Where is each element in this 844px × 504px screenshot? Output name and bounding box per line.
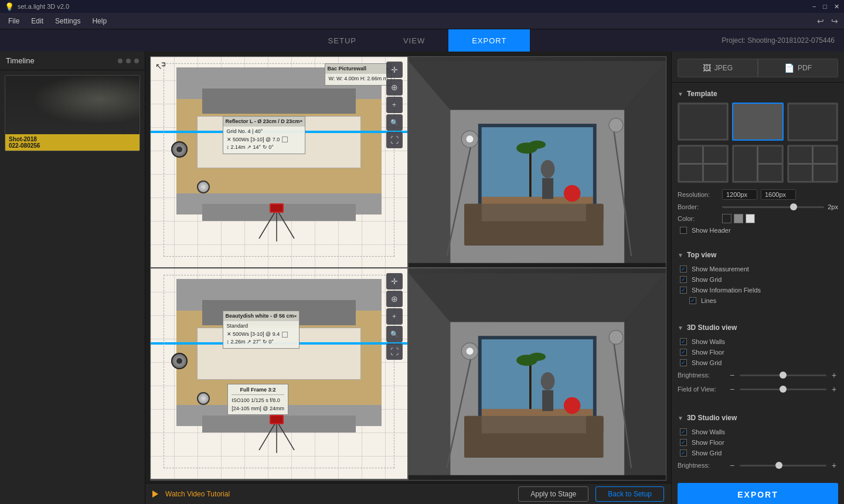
show-floor-1-checkbox[interactable] [680, 349, 687, 356]
svg-rect-31 [464, 204, 604, 222]
camera-tripod [253, 197, 300, 246]
brightness-2-slider[interactable] [740, 465, 826, 466]
bottomview-move-button[interactable] [386, 291, 403, 307]
format-pdf-button[interactable]: 📄 PDF [758, 59, 838, 77]
show-grid-3d2-checkbox[interactable] [680, 449, 687, 457]
template-single-right[interactable] [787, 103, 838, 141]
template-single[interactable] [678, 103, 729, 141]
back-to-setup-button[interactable]: Back to Setup [595, 486, 664, 502]
brightness-1-plus[interactable]: + [830, 370, 838, 380]
maximize-button[interactable]: □ [823, 3, 827, 11]
studio-view-2-header[interactable]: ▼ 3D Studio view [678, 410, 838, 424]
minimize-button[interactable]: − [812, 3, 816, 11]
svg-rect-62 [586, 416, 603, 458]
show-measurement-row: Show Measurement [678, 264, 838, 274]
resolution-width-input[interactable] [722, 189, 757, 200]
lines-checkbox[interactable] [689, 297, 696, 304]
fov-thumb[interactable] [780, 386, 787, 393]
template-six-tl [788, 146, 812, 164]
project-name: Project: Shooting-20181022-075446 [530, 29, 844, 52]
svg-point-28 [529, 141, 546, 149]
svg-point-8 [37, 87, 44, 94]
fov-minus[interactable]: − [728, 384, 736, 394]
watch-tutorial-link[interactable]: Watch Video Tutorial [165, 490, 230, 498]
room-3d-top-svg [409, 57, 666, 267]
topview-search-button[interactable]: 🔍 [386, 114, 403, 131]
template-six[interactable] [787, 145, 838, 183]
svg-point-68 [540, 372, 554, 390]
show-grid-3d1-checkbox[interactable] [680, 359, 687, 366]
color-swatch-mid[interactable] [734, 214, 743, 223]
template-grid [678, 100, 838, 188]
tab-export[interactable]: EXPORT [448, 29, 530, 52]
color-swatches [722, 214, 755, 223]
show-grid-3d1-label: Show Grid [692, 359, 722, 366]
show-walls-2-checkbox[interactable] [680, 428, 687, 435]
template-four-tl [679, 146, 703, 164]
topview-move-button[interactable] [386, 79, 403, 96]
fov-slider[interactable] [740, 389, 826, 390]
export-button[interactable]: EXPORT [678, 483, 838, 504]
show-grid-tv-checkbox[interactable] [680, 276, 687, 283]
bottomview-search-button[interactable]: 🔍 [386, 326, 403, 342]
template-section-header[interactable]: ▼ Template [678, 86, 838, 100]
bottomview-zoom-in-button[interactable]: + [386, 308, 403, 325]
topview-zoom-in-button[interactable]: + [386, 97, 403, 113]
template-three[interactable] [732, 145, 783, 183]
tl-dot-3 [134, 59, 139, 63]
show-floor-2-checkbox[interactable] [680, 439, 687, 446]
fov-plus[interactable]: + [830, 384, 838, 394]
svg-line-13 [277, 209, 294, 239]
undo-button[interactable]: ↩ [814, 15, 828, 27]
show-info-fields-checkbox[interactable] [680, 287, 687, 294]
brightness-2-minus[interactable]: − [728, 461, 736, 470]
resolution-height-input[interactable] [761, 189, 796, 200]
show-measurement-checkbox[interactable] [680, 265, 687, 273]
reflector-light-left [171, 141, 188, 158]
border-slider[interactable] [722, 206, 824, 208]
topview-controls: + 🔍 [386, 62, 403, 148]
menu-help[interactable]: Help [86, 15, 113, 28]
format-jpeg-button[interactable]: 🖼 JPEG [678, 59, 758, 77]
menu-file[interactable]: File [2, 15, 25, 28]
menu-edit[interactable]: Edit [25, 15, 49, 28]
show-header-checkbox[interactable] [680, 227, 687, 234]
brightness-2-thumb[interactable] [775, 462, 782, 469]
shot-thumbnail[interactable]: Shot-2018 022-080256 [5, 75, 140, 151]
studio-view-1-header[interactable]: ▼ 3D Studio view [678, 320, 838, 334]
panel-bottomview: Beautydish white - Ø 56 cm × Standard ✕ … [151, 268, 409, 480]
bottomview-fullscreen-button[interactable] [386, 343, 403, 360]
show-walls-1-checkbox[interactable] [680, 338, 687, 345]
brightness-1-label: Brightness: [678, 372, 724, 379]
tab-setup[interactable]: SETUP [305, 29, 380, 52]
show-grid-tv-label: Show Grid [692, 276, 722, 283]
svg-point-29 [563, 185, 580, 202]
svg-rect-2 [8, 108, 137, 134]
template-six-tr [813, 146, 837, 164]
close-button[interactable]: ✕ [834, 3, 839, 11]
tab-view[interactable]: VIEW [380, 29, 448, 52]
template-four-tr [703, 146, 727, 164]
top-view-section-header[interactable]: ▼ Top view [678, 247, 838, 261]
menu-settings[interactable]: Settings [49, 15, 86, 28]
svg-rect-16 [271, 205, 283, 212]
brightness-1-minus[interactable]: − [728, 370, 736, 380]
template-four[interactable] [678, 145, 729, 183]
bottomview-navigate-button[interactable] [386, 273, 403, 290]
brightness-2-plus[interactable]: + [830, 461, 838, 470]
topview-navigate-button[interactable] [386, 62, 403, 78]
topview-fullscreen-button[interactable] [386, 132, 403, 148]
color-swatch-dark[interactable] [722, 214, 731, 223]
panel-3d-top [409, 57, 666, 268]
brightness-1-slider[interactable] [740, 374, 826, 376]
jpeg-label: JPEG [714, 64, 733, 72]
show-header-row: Show Header [678, 225, 838, 236]
apply-to-stage-button[interactable]: Apply to Stage [518, 486, 588, 502]
brightness-1-thumb[interactable] [780, 372, 787, 379]
redo-button[interactable]: ↪ [828, 15, 842, 27]
template-split2[interactable] [732, 103, 783, 141]
export-canvas: ↖ ⊐ [150, 56, 666, 481]
svg-point-36 [466, 135, 473, 142]
border-slider-thumb[interactable] [790, 203, 797, 210]
color-swatch-light[interactable] [746, 214, 755, 223]
